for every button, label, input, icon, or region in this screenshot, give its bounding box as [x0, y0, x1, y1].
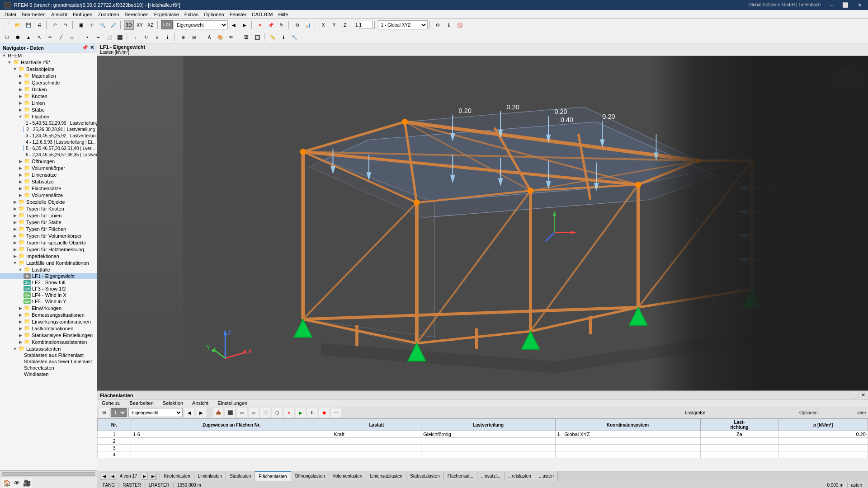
tb2-cursor[interactable]: ↖: [34, 32, 44, 42]
tree-holzhalle[interactable]: ▼ 📁 Holzhalle.rf6*: [0, 59, 97, 66]
tab-liniensatzlasten[interactable]: Liniensatzlasten: [366, 471, 406, 481]
tb2-moment[interactable]: ↻: [141, 32, 151, 42]
tt-btn4[interactable]: ▱: [249, 408, 259, 418]
tb2-snap[interactable]: ⊕: [178, 32, 188, 42]
tb-open[interactable]: 📂: [13, 20, 23, 30]
tree-typen-flaechen[interactable]: ▶ 📁 Typen für Flächen: [0, 225, 97, 232]
menu-berechnen[interactable]: Berechnen: [122, 11, 151, 18]
tree-f5[interactable]: 5 - 6,35,46,57,30,62,51,40 | Lver...: [0, 145, 97, 151]
cell-flaechen-4[interactable]: [131, 451, 332, 458]
tab-linienlasten[interactable]: Linienlasten: [194, 471, 226, 481]
menu-cadbim[interactable]: CAD-BIM: [249, 11, 275, 18]
tree-f6[interactable]: 6 - 2,34,45,56,26,57,46,35 | Lastver...: [0, 151, 97, 158]
tree-lastkombi[interactable]: ▶ 📁 Lastkombinationen: [0, 325, 97, 332]
tree-typen-staebe[interactable]: ▶ 📁 Typen für Stäbe: [0, 219, 97, 225]
tb-select[interactable]: ▣: [76, 20, 86, 30]
tree-stabfl[interactable]: Stablasten aus Flächenlast: [0, 352, 97, 358]
nav-btn-3[interactable]: 🎥: [22, 478, 32, 488]
table-lf-combo[interactable]: LF1: [111, 408, 127, 417]
tree-volkoerp[interactable]: ▶ 📁 Volumenkörper: [0, 164, 97, 171]
tb-print[interactable]: 🖨: [34, 20, 44, 30]
tree-typen-volkoerp[interactable]: ▶ 📁 Typen für Volumenkörper: [0, 232, 97, 239]
nav-btn-2[interactable]: 👁: [12, 478, 22, 488]
menu-optionen[interactable]: Optionen: [201, 11, 227, 18]
zoom-input[interactable]: [359, 21, 373, 29]
tree-staebe[interactable]: ▶ 📁 Stäbe: [0, 106, 97, 113]
tb-new[interactable]: 📄: [2, 20, 12, 30]
tb-zoom-in[interactable]: 🔍: [98, 20, 108, 30]
tb-settings[interactable]: ⚙: [433, 20, 443, 30]
tab-asten[interactable]: ...asten: [535, 471, 558, 481]
menu-ergebnisse[interactable]: Ergebnisse: [151, 11, 182, 18]
nav-pin-icon[interactable]: 📌: [82, 45, 88, 51]
tree-basis[interactable]: ▼ 📁 Basisobjekte: [0, 66, 97, 72]
loadcase-combo[interactable]: Eigengewicht Snow full Snow 1/2 Wind in …: [174, 20, 228, 29]
tree-volsets[interactable]: ▶ 📁 Volumensätze: [0, 192, 97, 198]
flaechen-input-1[interactable]: [133, 432, 330, 437]
tt-btn3[interactable]: ▭: [237, 408, 247, 418]
tree-materialien[interactable]: ▶ 📁 Materialien: [0, 72, 97, 79]
menu-bearbeiten[interactable]: Bearbeiten: [19, 11, 48, 18]
tb2-1[interactable]: ⬡: [2, 32, 12, 42]
tab-stablasten[interactable]: Stablasten: [226, 471, 255, 481]
tree-knoten[interactable]: ▶ 📁 Knoten: [0, 93, 97, 99]
tab-stabsatzlasten[interactable]: Stabsatzlasten: [406, 471, 444, 481]
tb2-3[interactable]: ▲: [24, 32, 33, 42]
coord-combo[interactable]: 1 - Global XYZ: [378, 20, 428, 29]
tb2-rect[interactable]: ▭: [67, 32, 77, 42]
tt-btn1[interactable]: 📥: [213, 408, 223, 418]
nav-close-icon[interactable]: ✕: [90, 45, 94, 51]
tree-f2[interactable]: 2 - 25,26,30,28,91 | Lastverteilung: [0, 126, 97, 132]
tb2-line[interactable]: ╱: [56, 32, 66, 42]
page-first[interactable]: |◀: [100, 473, 107, 480]
tb-rotate[interactable]: ↻: [277, 20, 287, 30]
tb2-label[interactable]: A: [204, 32, 214, 42]
tb2-bar[interactable]: ━: [93, 32, 103, 42]
tb-next-lf[interactable]: ▶: [240, 20, 250, 30]
bottom-menu-einst[interactable]: Einstellungen: [215, 400, 250, 406]
tb-calc[interactable]: ⚙: [292, 20, 302, 30]
tb-save[interactable]: 💾: [24, 20, 33, 30]
tree-einwirkungen[interactable]: ▶ 📁 Einwirkungen: [0, 305, 97, 311]
tree-lastfaelle[interactable]: ▼ 📁 Lastfälle: [0, 266, 97, 273]
tab-flaechensat[interactable]: Flächensat...: [444, 471, 477, 481]
tb2-pen[interactable]: ✏: [45, 32, 55, 42]
tt-pause[interactable]: ⏸: [307, 408, 317, 418]
tree-statanalyse[interactable]: ▶ 📁 Statikanalyse-Einstellungen: [0, 332, 97, 338]
tree-lf-kombi[interactable]: ▼ 📁 Lastfälle und Kombinationen: [0, 259, 97, 266]
tb-view1[interactable]: 3D: [124, 20, 134, 30]
tb2-wire[interactable]: 🔲: [252, 32, 262, 42]
tree-lf2[interactable]: Gn LF2 - Snow full: [0, 279, 97, 286]
viewport-container[interactable]: LF1 - Eigengewicht Lasten [kN/m²]: [97, 43, 868, 390]
tree-dicken[interactable]: ▶ 📁 Dicken: [0, 86, 97, 93]
tb-pin[interactable]: 📌: [266, 20, 276, 30]
tb2-2[interactable]: ⬢: [13, 32, 23, 42]
menu-hilfe[interactable]: Hilfe: [275, 11, 291, 18]
tt-delete[interactable]: ✕: [284, 408, 294, 418]
tree-f1[interactable]: 1 - 5,40,51,62,29,90 | Lastverteilung: [0, 120, 97, 126]
tab-flaechenlasten[interactable]: Flächenlasten: [255, 471, 291, 481]
tree-f3[interactable]: 3 - 1,34,45,56,25,92 | Lastverteilung: [0, 132, 97, 139]
menu-einfuegen[interactable]: Einfügen: [70, 11, 95, 18]
tab-oeffnungslasten[interactable]: Öffnungslasten: [291, 471, 329, 481]
tb2-measure[interactable]: 📏: [268, 32, 278, 42]
bottom-menu-bearb[interactable]: Bearbeiten: [127, 400, 156, 406]
tree-stabsets[interactable]: ▶ 📁 Stabsätze: [0, 178, 97, 185]
tb2-distr[interactable]: ↡: [152, 32, 162, 42]
tt-btn2[interactable]: ⬛: [225, 408, 235, 418]
close-button[interactable]: ✕: [855, 2, 864, 8]
tb-close-results[interactable]: 🚫: [455, 20, 465, 30]
tree-linien[interactable]: ▶ 📁 Linien: [0, 99, 97, 106]
page-last[interactable]: ▶|: [150, 473, 157, 480]
tree-root[interactable]: ▼ RFEM: [0, 52, 97, 59]
tb-redo[interactable]: ↷: [61, 20, 71, 30]
bottom-panel-undock[interactable]: ⬜: [853, 392, 859, 398]
tt-stop[interactable]: ⏹: [319, 408, 329, 418]
tb2-force[interactable]: ↓: [130, 32, 140, 42]
tb2-temp[interactable]: 🌡: [163, 32, 173, 42]
tb2-color[interactable]: 🎨: [215, 32, 225, 42]
tree-schneelasten[interactable]: Schneelasten: [0, 365, 97, 371]
tb-delete[interactable]: ✕: [255, 20, 265, 30]
tree-bemsit[interactable]: ▶ 📁 Bemessungssituationen: [0, 311, 97, 318]
tb-axis-x[interactable]: X: [318, 20, 328, 30]
